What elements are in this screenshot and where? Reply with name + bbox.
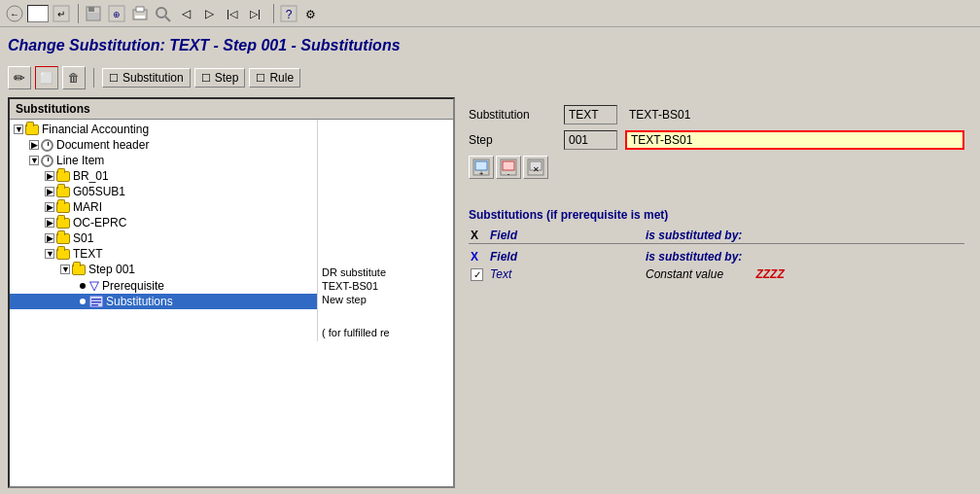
step001-label: Step 001 [88, 263, 135, 276]
back-icon[interactable]: ← [4, 3, 25, 24]
oc-eprc-label: OC-EPRC [73, 216, 126, 229]
substitutions-right-text: ( for fulfilled re [318, 326, 453, 339]
tree-item-br01[interactable]: ▶ BR_01 [10, 168, 317, 184]
substitution-code-field: TEXT [564, 105, 617, 124]
nav-prev-icon[interactable]: ◁ [176, 3, 197, 24]
find-icon[interactable] [153, 3, 174, 24]
expand-br01[interactable]: ▶ [45, 171, 54, 181]
s01-label: S01 [73, 231, 93, 245]
substitution-button[interactable]: ☐ Substitution [102, 68, 191, 88]
delete-icon-btn[interactable]: 🗑 [62, 66, 86, 89]
step-doc-icon: ☐ [201, 72, 211, 85]
tree-item-prerequisite[interactable]: ▽ Prerequisite [10, 277, 317, 294]
svg-text:✕: ✕ [533, 165, 540, 174]
folder-icon-mari [56, 202, 70, 213]
form-btn-edit[interactable]: ✕ [523, 156, 548, 179]
help-icon[interactable]: ? [278, 3, 299, 24]
form-btn-remove[interactable]: - [496, 156, 521, 179]
folder-icon-text [56, 249, 70, 260]
svg-rect-23 [91, 301, 101, 303]
edit-icon-btn[interactable]: ✏ [8, 66, 31, 89]
tree-item-mari[interactable]: ▶ MARI [10, 199, 317, 215]
prerequisite-label: Prerequisite [102, 279, 164, 293]
sub-row2-x[interactable]: ✓ [471, 268, 490, 281]
svg-rect-24 [91, 304, 98, 306]
sub-row2-is-text: Constant value [646, 267, 723, 281]
expand-s01[interactable]: ▶ [45, 233, 54, 243]
sub-row1-field[interactable]: Field [490, 250, 646, 264]
page-title: Change Substitution: TEXT - Step 001 - S… [8, 33, 972, 58]
tree-col-left: ▼ Financial Accounting ▶ Document header… [10, 120, 317, 341]
text-label: TEXT [73, 247, 103, 261]
expand-step001[interactable]: ▼ [60, 265, 70, 274]
step-button[interactable]: ☐ Step [194, 68, 246, 88]
sub-header-x: X [471, 229, 490, 242]
copy-icon: ⬜ [40, 72, 53, 85]
filter-icon: ▽ [89, 278, 99, 293]
delete-icon: 🗑 [68, 71, 80, 85]
substitution-node-icon [89, 296, 103, 307]
sub-row2-field[interactable]: Text [490, 267, 646, 281]
tree-item-line-item[interactable]: ▼ Line Item [10, 153, 317, 168]
rule-doc-icon: ☐ [256, 72, 265, 85]
bullet-substitutions [80, 299, 86, 304]
substitutions-title: Substitutions (if prerequisite is met) [469, 208, 964, 222]
sub-row2-value: ZZZZ [755, 267, 784, 281]
content-area: Substitutions ▼ Financial Accounting ▶ [8, 97, 972, 488]
tree-panel: Substitutions ▼ Financial Accounting ▶ [8, 97, 455, 488]
enter-icon[interactable]: ↵ [51, 3, 72, 24]
tree-item-oc-eprc[interactable]: ▶ OC-EPRC [10, 215, 317, 230]
toolbar-divider2 [273, 4, 274, 23]
nav-last-icon[interactable]: ▷| [246, 3, 267, 24]
x-label: X [471, 250, 478, 264]
nav-next-icon[interactable]: ▷ [199, 3, 221, 24]
sub-row1-is: is substituted by: [646, 250, 962, 264]
expand-g05sub1[interactable]: ▶ [45, 187, 54, 196]
tree-item-g05sub1[interactable]: ▶ G05SUB1 [10, 184, 317, 199]
form-btn-add[interactable]: + [469, 156, 494, 179]
step-value-field[interactable]: TEXT-BS01 [625, 130, 964, 150]
sub-row1-x: X [471, 250, 490, 264]
tree-item-substitutions[interactable]: Substitutions [10, 294, 317, 309]
shortcut-icon[interactable]: ⊕ [106, 3, 127, 24]
folder-icon-s01 [56, 233, 70, 244]
tree-item-document-header[interactable]: ▶ Document header [10, 137, 317, 153]
print-icon[interactable] [129, 3, 151, 24]
tree-item-step001[interactable]: ▼ Step 001 [10, 262, 317, 277]
step-code-field: 001 [564, 130, 617, 150]
br01-label: BR_01 [73, 169, 109, 183]
step-label: Step [215, 71, 239, 85]
svg-text:▷: ▷ [205, 7, 215, 20]
expand-financial-accounting[interactable]: ▼ [14, 124, 23, 134]
expand-mari[interactable]: ▶ [45, 202, 54, 212]
substitution-form-row: Substitution TEXT TEXT-BS01 [469, 105, 964, 124]
tree-header-right [231, 102, 447, 116]
folder-icon-br01 [56, 171, 70, 182]
substitutions-box: Substitutions (if prerequisite is met) X… [461, 202, 972, 488]
sub-row2-checkbox[interactable]: ✓ [471, 268, 483, 281]
expand-text[interactable]: ▼ [45, 249, 54, 259]
main-container: Change Substitution: TEXT - Step 001 - S… [0, 27, 980, 494]
expand-document-header[interactable]: ▶ [29, 140, 39, 150]
tree-item-s01[interactable]: ▶ S01 [10, 230, 317, 246]
svg-text:↵: ↵ [57, 9, 65, 19]
expand-line-item[interactable]: ▼ [29, 156, 39, 165]
tree-item-text[interactable]: ▼ TEXT [10, 246, 317, 262]
bullet-prerequisite [80, 283, 86, 289]
copy-icon-btn[interactable]: ⬜ [35, 66, 58, 89]
tree-col-right: DR substitute TEXT-BS01 New step ( for f… [317, 120, 453, 341]
sub-header-field: Field [490, 229, 646, 242]
tree-item-financial-accounting[interactable]: ▼ Financial Accounting [10, 122, 317, 137]
check-mark: ✓ [473, 269, 481, 280]
command-field[interactable] [27, 3, 49, 24]
substitution-doc-icon: ☐ [109, 72, 119, 85]
expand-oc-eprc[interactable]: ▶ [45, 218, 54, 228]
svg-rect-6 [88, 13, 99, 19]
save-icon[interactable] [83, 3, 104, 24]
settings-icon[interactable]: ⚙ [301, 3, 323, 24]
nav-first-icon[interactable]: |◁ [223, 3, 244, 24]
step001-right-text: New step [318, 293, 453, 306]
rule-button[interactable]: ☐ Rule [249, 68, 300, 88]
svg-rect-22 [91, 299, 101, 300]
svg-line-13 [165, 17, 170, 21]
